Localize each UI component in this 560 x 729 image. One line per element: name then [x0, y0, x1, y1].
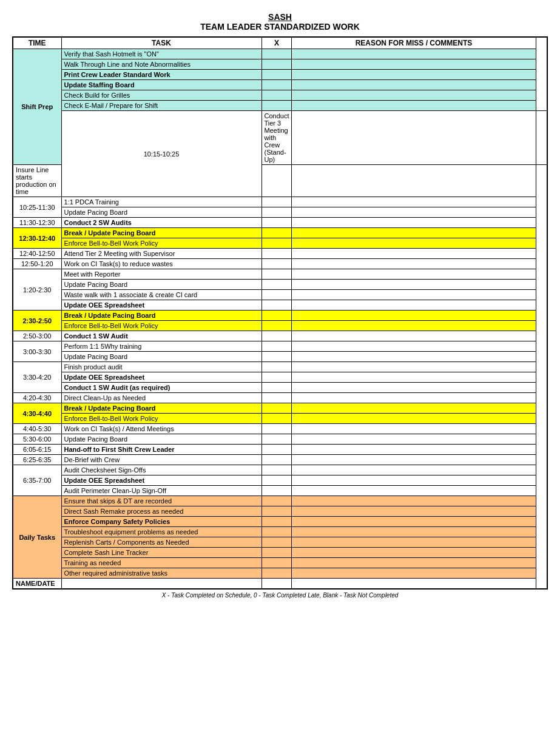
task-cell: Update Pacing Board — [61, 434, 261, 445]
time-cell: 10:15-10:25 — [61, 111, 261, 197]
table-row: 2:30-2:50Break / Update Pacing Board — [13, 311, 547, 321]
task-cell: Update OEE Spreadsheet — [61, 475, 261, 486]
task-cell: Conduct 1 SW Audit (as required) — [61, 383, 261, 393]
reason-cell — [292, 558, 536, 568]
table-row: Update Pacing Board — [13, 207, 547, 218]
table-row: Daily TasksEnsure that skips & DT are re… — [13, 496, 547, 506]
task-cell: Enforce Bell-to-Bell Work Policy — [61, 321, 261, 331]
reason-cell — [292, 197, 536, 207]
task-cell: Audit Perimeter Clean-Up Sign-Off — [61, 486, 261, 496]
reason-cell — [292, 165, 536, 197]
task-cell: De-Brief with Crew — [61, 455, 261, 465]
x-cell — [261, 424, 292, 434]
x-cell — [261, 372, 292, 383]
table-row: Walk Through Line and Note Abnormalities — [13, 59, 547, 70]
reason-cell — [292, 352, 536, 362]
reason-cell — [292, 424, 536, 434]
table-row: Other required administrative tasks — [13, 568, 547, 579]
x-cell — [261, 383, 292, 393]
reason-cell — [292, 70, 536, 80]
task-cell: Enforce Bell-to-Bell Work Policy — [61, 238, 261, 249]
time-cell: 12:40-12:50 — [13, 249, 61, 259]
time-cell: 2:50-3:00 — [13, 331, 61, 341]
table-row: 10:25-11:301:1 PDCA Training — [13, 197, 547, 207]
x-cell — [261, 331, 292, 341]
task-cell: Print Crew Leader Standard Work — [61, 70, 261, 80]
task-cell: Complete Sash Line Tracker — [61, 548, 261, 558]
reason-cell — [292, 249, 536, 259]
time-cell: 4:40-5:30 — [13, 424, 61, 434]
reason-cell — [292, 341, 536, 352]
x-cell — [261, 70, 292, 80]
table-row: 6:35-7:00Audit Checksheet Sign-Offs — [13, 465, 547, 475]
table-row: 4:30-4:40Break / Update Pacing Board — [13, 403, 547, 414]
reason-cell — [292, 300, 536, 311]
table-row: 4:20-4:30Direct Clean-Up as Needed — [13, 393, 547, 403]
task-cell: Conduct 1 SW Audit — [61, 331, 261, 341]
reason-cell — [292, 228, 536, 238]
task-cell: Update Pacing Board — [61, 352, 261, 362]
x-cell — [261, 475, 292, 486]
main-table: TIME TASK X REASON FOR MISS / COMMENTS S… — [12, 36, 548, 590]
task-cell: Update Pacing Board — [61, 280, 261, 290]
name-date-cell: NAME/DATE — [13, 579, 61, 590]
reason-cell — [292, 362, 536, 372]
task-cell: Walk Through Line and Note Abnormalities — [61, 59, 261, 70]
reason-cell — [292, 218, 536, 228]
task-cell: Conduct Tier 3 Meeting with Crew (Stand-… — [261, 111, 292, 165]
time-cell: 6:25-6:35 — [13, 455, 61, 465]
header-x: X — [261, 37, 292, 49]
task-cell: Direct Sash Remake process as needed — [61, 506, 261, 517]
reason-cell — [292, 517, 536, 527]
x-cell — [261, 90, 292, 101]
x-cell — [261, 465, 292, 475]
x-cell — [261, 290, 292, 300]
x-cell — [261, 445, 292, 455]
x-cell — [261, 403, 292, 414]
x-cell — [261, 165, 292, 197]
time-cell: 6:05-6:15 — [13, 445, 61, 455]
x-cell — [261, 218, 292, 228]
x-cell — [261, 352, 292, 362]
table-row: Enforce Bell-to-Bell Work Policy — [13, 238, 547, 249]
reason-cell — [292, 414, 536, 424]
reason-cell — [292, 290, 536, 300]
table-row: Update OEE Spreadsheet — [13, 372, 547, 383]
reason-cell — [292, 311, 536, 321]
table-row: 12:40-12:50Attend Tier 2 Meeting with Su… — [13, 249, 547, 259]
reason-cell — [292, 475, 536, 486]
task-cell: Check E-Mail / Prepare for Shift — [61, 101, 261, 111]
table-row: 11:30-12:30Conduct 2 SW Audits — [13, 218, 547, 228]
time-cell: 12:50-1:20 — [13, 259, 61, 269]
x-cell — [261, 59, 292, 70]
time-cell: 4:20-4:30 — [13, 393, 61, 403]
task-cell: Perform 1:1 5Why training — [61, 341, 261, 352]
reason-cell — [292, 496, 536, 506]
x-cell — [261, 414, 292, 424]
table-row: Check Build for Grilles — [13, 90, 547, 101]
table-row: Print Crew Leader Standard Work — [13, 70, 547, 80]
task-cell: Insure Line starts production on time — [13, 165, 61, 197]
reason-cell — [292, 238, 536, 249]
task-cell: Update OEE Spreadsheet — [61, 300, 261, 311]
task-cell: Other required administrative tasks — [61, 568, 261, 579]
task-cell: Replenish Carts / Components as Needed — [61, 537, 261, 548]
task-cell: Update OEE Spreadsheet — [61, 372, 261, 383]
x-cell — [261, 393, 292, 403]
time-cell: 3:00-3:30 — [13, 341, 61, 362]
time-cell: Daily Tasks — [13, 496, 61, 579]
table-row: Troubleshoot equipment problems as neede… — [13, 527, 547, 537]
reason-cell — [292, 372, 536, 383]
x-cell — [261, 49, 292, 59]
reason-cell — [292, 568, 536, 579]
table-row: Update OEE Spreadsheet — [13, 475, 547, 486]
table-row: Update Pacing Board — [13, 352, 547, 362]
task-cell: Training as needed — [61, 558, 261, 568]
table-row: 3:30-4:20Finish product audit — [13, 362, 547, 372]
name-date-row: NAME/DATE — [13, 579, 547, 590]
reason-cell — [292, 331, 536, 341]
task-cell: Update Pacing Board — [61, 207, 261, 218]
header-row: TIME TASK X REASON FOR MISS / COMMENTS — [13, 37, 547, 49]
x-cell — [261, 238, 292, 249]
table-row: Direct Sash Remake process as needed — [13, 506, 547, 517]
